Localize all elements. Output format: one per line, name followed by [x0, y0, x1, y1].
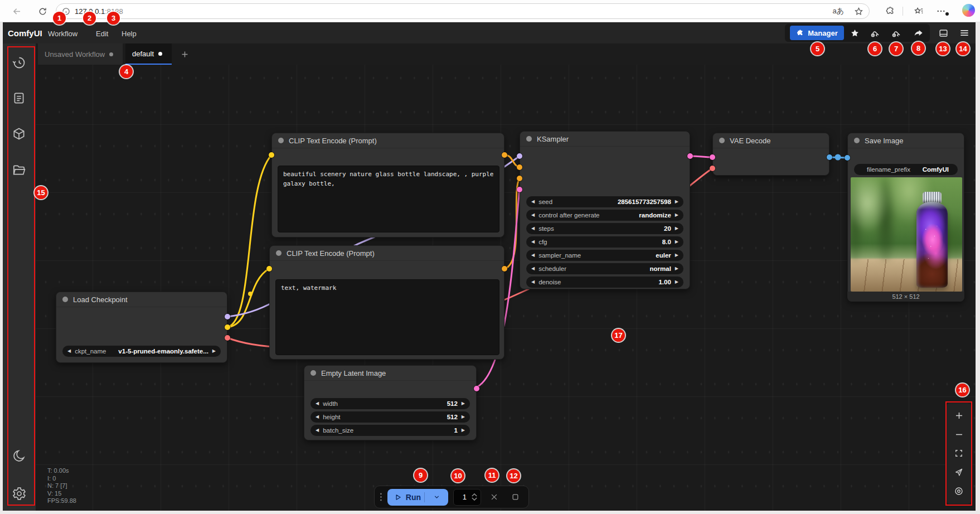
prev-value-arrow-icon[interactable]: ◀	[316, 415, 319, 419]
prev-value-arrow-icon[interactable]: ◀	[531, 226, 535, 231]
browser-reload-icon[interactable]	[36, 4, 49, 18]
node-clip-text-encode-negative[interactable]: CLIP Text Encode (Prompt) text, watermar…	[269, 245, 504, 360]
input-port-clip[interactable]	[269, 152, 274, 158]
input-port-positive[interactable]	[517, 164, 522, 170]
widget-scheduler[interactable]: ◀ scheduler normal ▶	[526, 263, 683, 274]
add-favorite-star-icon[interactable]	[854, 7, 863, 16]
prev-value-arrow-icon[interactable]: ◀	[531, 266, 535, 271]
next-value-arrow-icon[interactable]: ▶	[675, 240, 678, 244]
copilot-icon[interactable]	[962, 4, 975, 17]
menu-help[interactable]: Help	[122, 30, 137, 38]
next-value-arrow-icon[interactable]: ▶	[462, 415, 465, 419]
next-value-arrow-icon[interactable]: ▶	[675, 266, 678, 271]
clear-queue-button[interactable]	[486, 493, 502, 501]
input-port-latent-image[interactable]	[517, 187, 522, 192]
negative-prompt-textarea[interactable]: text, watermark	[275, 279, 499, 355]
prev-value-arrow-icon[interactable]: ◀	[67, 349, 71, 353]
vacuum-icon-2[interactable]	[890, 27, 903, 39]
widget-control-after-generate[interactable]: ◀ control after generate randomize ▶	[526, 210, 683, 221]
output-port-latent[interactable]	[474, 386, 479, 391]
input-port-model[interactable]	[517, 153, 522, 159]
manager-button[interactable]: Manager	[790, 26, 844, 40]
menu-workflow[interactable]: Workflow	[48, 30, 77, 38]
run-options-dropdown[interactable]	[425, 493, 448, 501]
workflows-folder-icon[interactable]	[9, 161, 28, 180]
workflow-history-icon[interactable]	[9, 53, 28, 72]
input-port-samples[interactable]	[710, 154, 715, 160]
widget-denoise[interactable]: ◀ denoise 1.00 ▶	[526, 277, 683, 288]
menu-edit[interactable]: Edit	[96, 30, 108, 38]
positive-prompt-textarea[interactable]: beautiful scenery nature glass bottle la…	[278, 166, 499, 232]
new-workflow-tab-button[interactable]	[178, 48, 191, 60]
tab-unsaved-workflow[interactable]: Unsaved Workflow	[38, 43, 123, 65]
output-port-image[interactable]	[827, 154, 832, 160]
drag-handle-icon[interactable]	[380, 492, 382, 502]
tab-default[interactable]: default	[125, 43, 172, 65]
output-port-clip[interactable]	[225, 324, 230, 330]
widget-width[interactable]: ◀ width 512 ▶	[311, 398, 470, 409]
next-value-arrow-icon[interactable]: ▶	[462, 428, 465, 433]
hamburger-menu-icon[interactable]	[958, 27, 971, 39]
widget-batch-size[interactable]: ◀ batch_size 1 ▶	[311, 425, 470, 436]
node-vae-decode[interactable]: VAE Decode	[712, 133, 829, 176]
address-bar[interactable]: 127.0.0.1:8188 aあ	[56, 3, 870, 19]
output-port-vae[interactable]	[225, 335, 230, 341]
prev-value-arrow-icon[interactable]: ◀	[531, 240, 535, 244]
share-icon[interactable]	[911, 27, 925, 39]
stop-button[interactable]	[507, 493, 523, 501]
input-port-vae[interactable]	[710, 166, 715, 171]
toggle-link-visibility-button[interactable]	[952, 484, 966, 498]
prev-value-arrow-icon[interactable]: ◀	[531, 213, 535, 217]
input-port-images[interactable]	[845, 155, 850, 161]
widget-sampler-name[interactable]: ◀ sampler_name euler ▶	[526, 250, 683, 261]
fit-view-button[interactable]	[952, 446, 966, 460]
output-port-conditioning[interactable]	[502, 266, 507, 271]
browser-back-icon[interactable]	[10, 4, 23, 18]
queue-list-icon[interactable]	[9, 89, 28, 108]
node-graph-canvas[interactable]	[36, 65, 976, 511]
output-port-model[interactable]	[225, 314, 230, 319]
run-button[interactable]: Run	[387, 489, 448, 506]
zoom-out-button[interactable]	[952, 428, 966, 442]
model-library-icon[interactable]	[9, 124, 28, 143]
next-value-arrow-icon[interactable]: ▶	[675, 280, 678, 284]
next-value-arrow-icon[interactable]: ▶	[675, 226, 678, 231]
generated-image-preview[interactable]	[851, 177, 962, 292]
prev-value-arrow-icon[interactable]: ◀	[531, 280, 535, 284]
favorites-hub-icon[interactable]	[912, 4, 925, 18]
input-port-clip[interactable]	[266, 266, 272, 271]
widget-ckpt-name[interactable]: ◀ ckpt_name v1-5-pruned-emaonly.safete..…	[62, 346, 221, 357]
extensions-icon[interactable]	[884, 4, 897, 18]
select-mode-button[interactable]	[952, 465, 966, 479]
node-clip-text-encode-positive[interactable]: CLIP Text Encode (Prompt) beautiful scen…	[271, 133, 504, 237]
translate-icon[interactable]: aあ	[832, 6, 844, 16]
next-value-arrow-icon[interactable]: ▶	[212, 349, 216, 353]
increment-icon[interactable]	[472, 493, 477, 497]
next-value-arrow-icon[interactable]: ▶	[675, 253, 678, 258]
star-icon[interactable]	[848, 27, 861, 39]
settings-gear-icon[interactable]	[9, 484, 28, 503]
widget-cfg[interactable]: ◀ cfg 8.0 ▶	[526, 236, 683, 248]
widget-height[interactable]: ◀ height 512 ▶	[311, 411, 470, 423]
annotation-badge-4: 4	[120, 65, 133, 78]
zoom-in-button[interactable]	[952, 409, 966, 423]
prev-value-arrow-icon[interactable]: ◀	[531, 200, 535, 204]
output-port-conditioning[interactable]	[502, 152, 507, 158]
prev-value-arrow-icon[interactable]: ◀	[316, 401, 319, 406]
widget-seed[interactable]: ◀ seed 285615773257598 ▶	[526, 196, 683, 207]
widget-filename-prefix[interactable]: filename_prefix ComfyUI	[854, 164, 958, 175]
bottom-panel-toggle-icon[interactable]	[937, 27, 950, 39]
output-port-latent[interactable]	[687, 153, 693, 159]
batch-count-stepper[interactable]: 1	[453, 489, 481, 506]
theme-toggle-moon-icon[interactable]	[9, 447, 28, 465]
vacuum-icon-1[interactable]	[869, 27, 882, 39]
prev-value-arrow-icon[interactable]: ◀	[531, 253, 535, 258]
widget-steps[interactable]: ◀ steps 20 ▶	[526, 223, 683, 234]
next-value-arrow-icon[interactable]: ▶	[675, 213, 678, 217]
decrement-icon[interactable]	[472, 497, 477, 501]
prev-value-arrow-icon[interactable]: ◀	[316, 428, 319, 433]
next-value-arrow-icon[interactable]: ▶	[675, 200, 678, 204]
window-edge-right[interactable]	[976, 22, 980, 514]
input-port-negative[interactable]	[517, 176, 522, 181]
next-value-arrow-icon[interactable]: ▶	[462, 401, 465, 406]
